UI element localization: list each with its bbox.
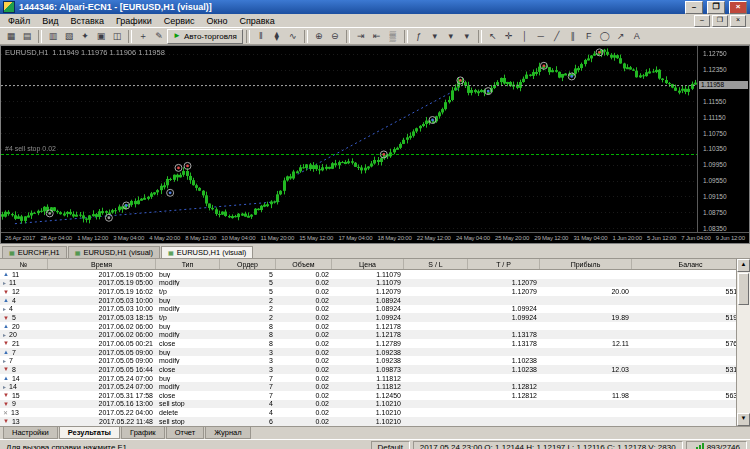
equidistant-channel-icon[interactable]: ∥ — [565, 29, 581, 43]
table-row[interactable]: ▲202017.06.02 06:00buy80.021.12178 — [0, 322, 750, 331]
tile-windows-icon[interactable]: ▒ — [385, 29, 401, 43]
column-header-type[interactable]: Тип — [156, 259, 220, 269]
tab-settings[interactable]: Настройки — [3, 427, 58, 439]
cell-type: modify — [156, 305, 220, 312]
chart-minimize-button[interactable]: – — [694, 15, 710, 27]
table-scrollbar[interactable]: ▲ ▼ — [736, 259, 750, 426]
vertical-line-icon[interactable]: │ — [517, 29, 533, 43]
cell-tp: 1.10238 — [468, 357, 540, 364]
cell-no: ✕13 — [0, 409, 48, 416]
menu-item-view[interactable]: Вид — [36, 15, 64, 27]
menu-item-window[interactable]: Окно — [201, 15, 234, 27]
column-header-volume[interactable]: Объем — [276, 259, 332, 269]
table-row[interactable]: ▸202017.06.02 06:00modify80.021.121781.1… — [0, 330, 750, 339]
candlestick-chart[interactable] — [1, 46, 697, 232]
menu-item-insert[interactable]: Вставка — [64, 15, 109, 27]
zoom-in-icon[interactable]: ⊕ — [311, 29, 327, 43]
indicators-icon[interactable]: ƒ — [411, 29, 427, 43]
chart-shift-icon[interactable]: ⇤ — [369, 29, 385, 43]
trade-modify-icon: ▸ — [3, 332, 6, 338]
column-header-tp[interactable]: T / P — [468, 259, 540, 269]
autotrade-button[interactable]: ►Авто-торговля — [167, 29, 243, 44]
crosshair-icon[interactable]: ✛ — [501, 29, 517, 43]
cell-order: 6 — [220, 418, 276, 425]
arrows-icon[interactable]: ↗ — [613, 29, 629, 43]
timeframes-dropdown-icon[interactable]: ▾ — [443, 29, 459, 43]
shapes-icon[interactable]: ◯ — [597, 29, 613, 43]
zoom-out-icon[interactable]: ⊖ — [327, 29, 343, 43]
table-row[interactable]: ▲142017.05.24 07:00buy70.021.11812 — [0, 374, 750, 383]
metaeditor-icon[interactable]: ✎ — [151, 29, 167, 43]
table-row[interactable]: ▼122017.05.19 16:02t/p50.021.120791.1207… — [0, 287, 750, 296]
fibonacci-icon[interactable]: F — [581, 29, 597, 43]
column-header-balance[interactable]: Баланс — [632, 259, 750, 269]
table-row[interactable]: ▼92017.05.16 13:00sell stop40.021.10210 — [0, 400, 750, 409]
table-row[interactable]: ▼152017.05.31 17:58close70.021.124501.12… — [0, 391, 750, 400]
price-axis[interactable]: 1.127501.123501.119501.115501.111501.107… — [697, 46, 749, 232]
time-label: 22 May 12:00 — [417, 235, 451, 241]
terminal-icon[interactable]: ▣ — [93, 29, 109, 43]
cursor-icon[interactable]: ↖ — [485, 29, 501, 43]
strategy-tester-icon[interactable]: ◫ — [109, 29, 125, 43]
column-header-order[interactable]: Ордер — [220, 259, 276, 269]
table-row[interactable]: ▸112017.05.19 05:00modify50.021.110791.1… — [0, 279, 750, 288]
tab-journal[interactable]: Журнал — [205, 427, 250, 439]
column-header-profit[interactable]: Прибыль — [540, 259, 632, 269]
scrollbar-thumb[interactable] — [738, 273, 749, 305]
table-row[interactable]: ▼212017.06.05 00:21close80.021.127891.13… — [0, 339, 750, 348]
table-row[interactable]: ▸42017.05.03 10:00modify20.021.089241.09… — [0, 305, 750, 314]
chart-close-button[interactable]: × — [730, 15, 746, 27]
tab-report[interactable]: Отчет — [166, 427, 205, 439]
text-label-icon[interactable]: A — [629, 29, 645, 43]
table-row[interactable]: ▼52017.05.03 18:15t/p20.021.099241.09924… — [0, 313, 750, 322]
market-watch-icon[interactable]: ▥ — [45, 29, 61, 43]
data-window-icon[interactable]: ▧ — [61, 29, 77, 43]
table-row[interactable]: ▲112017.05.19 05:00buy50.021.11079 — [0, 270, 750, 279]
navigator-icon[interactable]: ✦ — [77, 29, 93, 43]
menu-item-tools[interactable]: Сервис — [158, 15, 201, 27]
tab-results[interactable]: Результаты — [59, 427, 120, 439]
templates-dropdown-icon[interactable]: ▾ — [459, 29, 475, 43]
chart-tab-2[interactable]: ▦EURUSD,H1 (visual) — [161, 246, 253, 258]
column-header-sl[interactable]: S / L — [404, 259, 468, 269]
trendline-icon[interactable]: ╱ — [549, 29, 565, 43]
table-row[interactable]: ▸142017.05.24 07:00modify70.021.118121.1… — [0, 382, 750, 391]
chart-tab-0[interactable]: ▦EURCHF,H1 — [2, 246, 67, 258]
menu-item-file[interactable]: Файл — [2, 15, 36, 27]
chart-window: EURUSD,H11.11949 1.11976 1.11906 1.11958… — [0, 45, 750, 244]
close-button[interactable]: × — [729, 1, 747, 14]
cell-price: 1.12450 — [332, 392, 404, 399]
chart-restore-button[interactable]: ❐ — [712, 15, 728, 27]
scroll-up-icon[interactable]: ▲ — [737, 259, 750, 272]
horizontal-line-icon[interactable]: ─ — [533, 29, 549, 43]
tab-graph[interactable]: График — [121, 427, 165, 439]
profile-selector[interactable]: Default — [371, 441, 410, 449]
column-header-time[interactable]: Время — [48, 259, 156, 269]
time-axis[interactable]: 26 Apr 201728 Apr 04:001 May 12:003 May … — [1, 232, 749, 243]
chart-plot[interactable]: EURUSD,H11.11949 1.11976 1.11906 1.11958… — [1, 46, 697, 232]
scrollbar-track[interactable] — [737, 306, 750, 413]
menu-item-charts[interactable]: Графики — [110, 15, 158, 27]
column-header-price[interactable]: Цена — [332, 259, 404, 269]
table-row[interactable]: ▲42017.05.03 10:00buy20.021.08924 — [0, 296, 750, 305]
candlestick-chart-icon[interactable]: ⧫ — [269, 29, 285, 43]
time-label: 1 Jun 20:00 — [613, 235, 642, 241]
table-row[interactable]: ▸72017.05.05 09:00modify30.021.092381.10… — [0, 356, 750, 365]
table-row[interactable]: ▼132017.05.22 11:48sell stop60.021.10210 — [0, 417, 750, 426]
indicators-dropdown-icon[interactable]: ▾ — [427, 29, 443, 43]
maximize-button[interactable]: ❐ — [707, 1, 725, 14]
new-order-icon[interactable]: ＋ — [135, 29, 151, 43]
chart-profiles-icon[interactable]: ▤ — [19, 29, 35, 43]
new-chart-icon[interactable]: ▦ — [3, 29, 19, 43]
scroll-down-icon[interactable]: ▼ — [737, 413, 750, 426]
column-header-no[interactable]: № — [0, 259, 48, 269]
auto-scroll-icon[interactable]: ⇥ — [353, 29, 369, 43]
bar-chart-icon[interactable]: ‖ — [253, 29, 269, 43]
line-chart-icon[interactable]: ∿ — [285, 29, 301, 43]
minimize-button[interactable]: – — [685, 1, 703, 14]
table-row[interactable]: ▼82017.05.05 16:44close30.021.098731.102… — [0, 365, 750, 374]
chart-tab-1[interactable]: ▦EURUSD,H1 (visual) — [68, 246, 160, 258]
table-row[interactable]: ▲72017.05.05 09:00buy30.021.09238 — [0, 348, 750, 357]
table-row[interactable]: ✕132017.05.22 04:00delete40.021.10210 — [0, 408, 750, 417]
menu-item-help[interactable]: Справка — [233, 15, 280, 27]
